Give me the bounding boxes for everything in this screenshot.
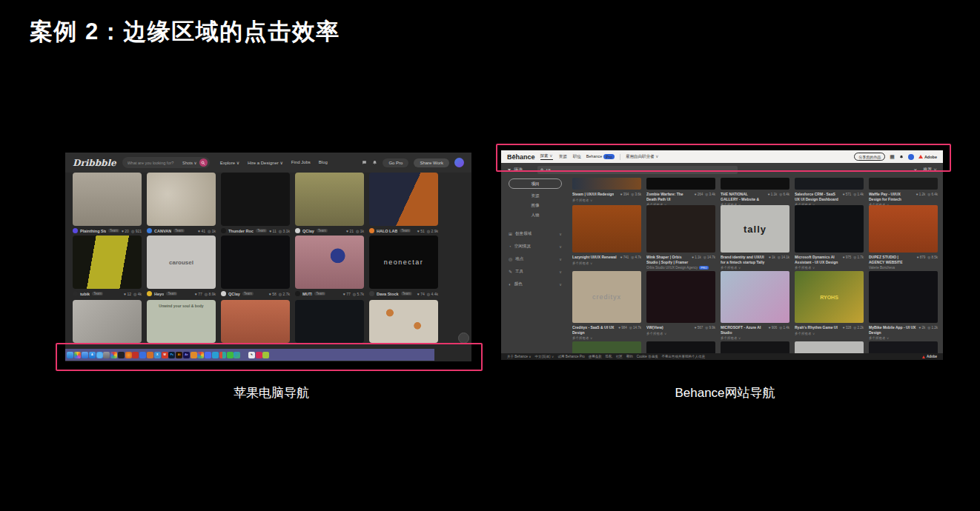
author-avatar[interactable] [147,228,152,233]
behance-pro-link[interactable]: Behance [586,154,603,159]
aftereffects-icon[interactable]: Ae [183,352,190,358]
app-blue-icon-3[interactable] [212,352,219,358]
footer-link[interactable]: 隐私 [606,355,612,358]
share-your-work-button[interactable]: 分享您的作品 [854,153,885,161]
app-red-teal-icon[interactable] [219,352,226,358]
shot-thumbnail[interactable]: neonectar [369,236,438,289]
behance-nav-item[interactable]: 资源 [559,154,567,159]
app-red-icon[interactable] [256,352,262,358]
shot-thumbnail[interactable] [73,236,142,289]
photos-icon[interactable] [74,352,81,358]
project-title[interactable]: VW(View) [646,325,663,330]
sidebar-filter[interactable]: ✎ 工具 [509,265,562,278]
dribbble-logo[interactable]: Dribbble [73,158,116,168]
project-title[interactable]: Waffle Pay - UI/UX Design for Fintech Mo… [869,192,914,201]
project-title[interactable]: Lazynight UI/UX Renewal [572,255,617,260]
edge-icon[interactable] [234,352,240,358]
footer-link[interactable]: 关于 Behance ∨ [507,355,532,358]
project-thumbnail[interactable]: RYOHS [795,271,864,323]
shot-thumbnail[interactable] [221,173,290,226]
go-pro-button[interactable]: Go Pro [383,158,408,167]
apps-grid-icon[interactable]: ▦ [890,154,895,159]
author-avatar[interactable] [221,228,226,233]
project-thumbnail[interactable] [869,178,938,190]
project-thumbnail[interactable] [646,271,715,323]
search-category-dropdown[interactable]: Shots ∨ [182,161,197,165]
project-card[interactable]: VW(View) 5679.9k 多个所有者 ∨ [646,271,715,340]
shot-thumbnail[interactable] [295,300,364,343]
photoshop-icon[interactable]: Ps [168,352,175,358]
figma-icon[interactable] [118,352,125,358]
shot-card[interactable]: QClay Team 211k [295,173,364,233]
pencil-app-icon[interactable]: ✎ [248,352,255,358]
sidebar-filter[interactable]: ⊞ 创意领域 [509,227,562,240]
project-owner[interactable]: 多个所有者 ∨ [572,261,641,265]
project-owner[interactable]: 多个所有者 ∨ [572,198,641,202]
dribbble-nav-item[interactable]: Find Jobs [291,160,311,165]
footer-link[interactable]: 不要出售或共享我的个人信息 [662,355,706,358]
footer-link[interactable]: 试用 Behance Pro [558,355,585,358]
shot-thumbnail[interactable]: Unwind your soul & body [147,300,216,343]
project-title[interactable]: Salesforce CRM - SaaS UX UI Design Dashb… [795,192,841,201]
author-name[interactable]: tubik [80,292,90,296]
project-thumbnail[interactable]: tally [721,205,789,253]
sort-dropdown[interactable]: 推荐 ∨ [923,167,937,173]
shot-card[interactable]: tubik Team 124k [73,236,142,296]
author-avatar[interactable] [369,228,374,233]
camera-icon[interactable] [103,352,110,358]
shot-thumbnail[interactable] [295,236,364,289]
project-thumbnail[interactable] [572,205,641,253]
project-thumbnail[interactable] [869,205,938,253]
xmind-icon[interactable]: X [154,352,161,358]
project-thumbnail[interactable] [795,205,864,253]
project-thumbnail[interactable] [572,178,641,190]
sidebar-tab-assets[interactable]: 资源 [509,193,562,198]
footer-link[interactable]: 使用条款 [589,355,602,358]
project-owner[interactable]: 多个所有者 ∨ [721,336,789,340]
project-card[interactable]: Steam | UX/UI Redesign 3943.6k 多个所有者 ∨ [572,178,641,207]
author-avatar[interactable] [73,291,78,296]
project-title[interactable]: Credityx - SaaS & UI UX Design [572,325,616,335]
dribbble-nav-item[interactable]: Hire a Designer ∨ [248,160,283,165]
project-card[interactable]: Zombie Warfare: The Death Path UI 2643.4… [646,178,715,207]
search-button[interactable] [199,158,208,167]
bell-icon[interactable] [372,160,377,165]
shot-card[interactable]: MUTI Team 775.7k [295,236,364,296]
shot-thumbnail[interactable] [221,236,290,289]
project-title[interactable]: Steam | UX/UI Redesign [572,192,614,197]
project-card[interactable]: tally Brand identity and UX/UI for a fin… [721,205,789,270]
author-name[interactable]: Dava Stock [377,292,399,296]
scroll-top-button[interactable] [458,333,469,344]
sidebar-tab-projects[interactable]: 项目 [509,178,562,189]
project-card[interactable]: Lazynight UI/UX Renewal 7414.7k 多个所有者 ∨ [572,205,641,270]
author-name[interactable]: QClay [302,229,314,233]
project-card[interactable]: Salesforce CRM - SaaS UX UI Design Dashb… [795,178,864,207]
dribbble-search-input[interactable]: What are you looking for? Shots ∨ [122,157,210,168]
project-thumbnail[interactable] [795,178,864,190]
netflix-icon[interactable] [132,352,139,358]
footer-link[interactable]: Cookie 首选项 [637,355,658,358]
sidebar-filter[interactable]: ◎ 地点 [509,253,562,265]
behance-nav-item[interactable]: 探索 ∨ [540,153,553,160]
safari-icon[interactable] [96,352,103,358]
author-name[interactable]: Plainthing Studio [80,229,106,233]
behance-logo[interactable]: Bēhance [507,153,535,161]
project-card[interactable]: RYOHS Ryah's Rhythm Game UI 3282.2k 多个所有… [795,271,864,340]
project-title[interactable]: MICROSOFT - Azure AI Studio [721,325,767,335]
project-title[interactable]: THE NATIONAL GALLERY - Website & Brand I… [721,192,766,201]
project-owner[interactable]: 多个所有者 ∨ [869,336,938,340]
author-avatar[interactable] [369,291,374,296]
project-title[interactable]: Microsoft Dynamics AI Assistant - UI UX … [795,255,841,264]
wechat-icon[interactable] [227,352,234,358]
project-thumbnail[interactable]: credityx [572,271,641,323]
mail-icon[interactable] [82,352,88,358]
shot-thumbnail[interactable] [295,173,364,226]
project-card[interactable]: DUPEZ STUDIO | AGENCY WEBSITE 8798.5k Va… [869,205,938,270]
project-thumbnail[interactable] [869,271,938,323]
hire-freelancers-dropdown[interactable]: 雇用自由职业者 ∨ [626,154,659,159]
project-thumbnail[interactable] [721,271,789,323]
shot-card[interactable]: QClay Team 582.7k [221,236,290,296]
author-name[interactable]: MUTI [302,292,312,296]
project-owner[interactable]: 多个所有者 ∨ [795,332,864,335]
author-name[interactable]: QClay [228,292,240,296]
